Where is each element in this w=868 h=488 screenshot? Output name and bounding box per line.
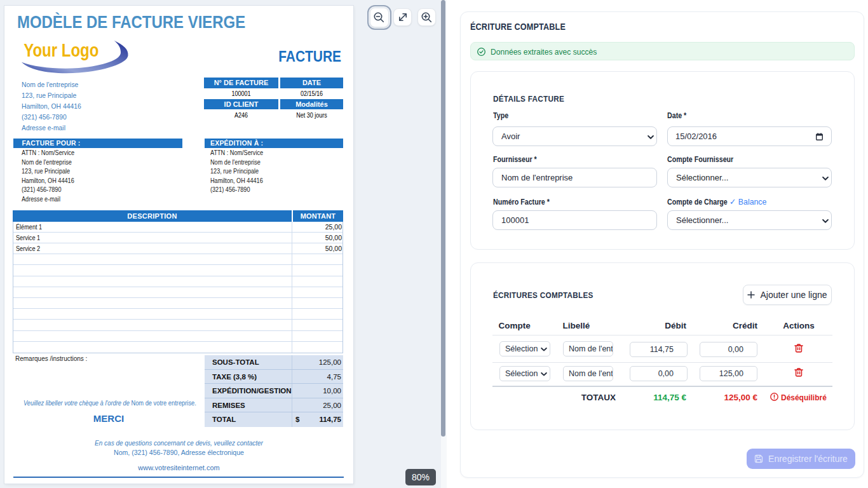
svg-text:Your Logo: Your Logo xyxy=(24,39,98,60)
